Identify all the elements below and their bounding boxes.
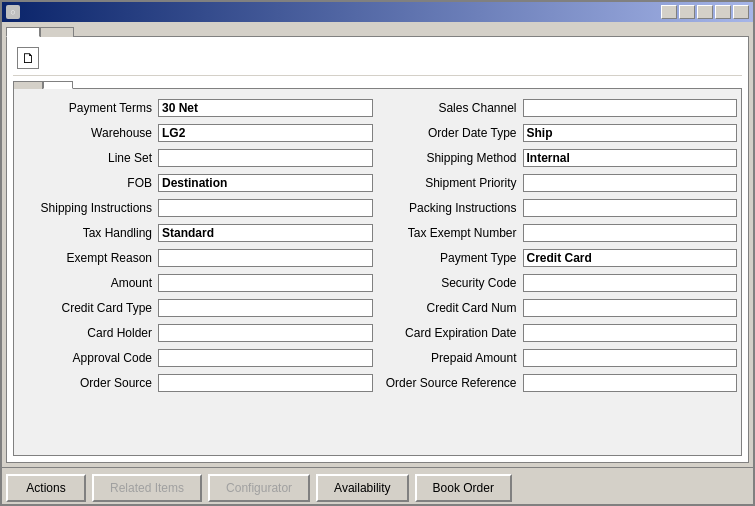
field-input[interactable]	[523, 149, 738, 167]
title-bar-left: ○	[6, 5, 24, 19]
form-row: Prepaid Amount	[383, 347, 738, 369]
inner-tab-bar	[13, 80, 742, 88]
form-row: Credit Card Type	[18, 297, 373, 319]
form-row: Order Source Reference	[383, 372, 738, 394]
maximize-button[interactable]	[715, 5, 731, 19]
extra1-button[interactable]	[661, 5, 677, 19]
form-row: Card Expiration Date	[383, 322, 738, 344]
field-input[interactable]	[523, 99, 738, 117]
form-row: Warehouse	[18, 122, 373, 144]
form-row: Security Code	[383, 272, 738, 294]
form-row: Card Holder	[18, 322, 373, 344]
field-input[interactable]	[158, 99, 373, 117]
close-button[interactable]	[733, 5, 749, 19]
form-right-col: Sales ChannelOrder Date TypeShipping Met…	[383, 97, 738, 394]
field-label: Tax Handling	[18, 226, 158, 240]
form-row: Order Source	[18, 372, 373, 394]
form-row: Tax Handling	[18, 222, 373, 244]
doc-icon: 🗋	[17, 47, 39, 69]
field-input[interactable]	[158, 199, 373, 217]
field-label: Order Source Reference	[383, 376, 523, 390]
field-label: Card Holder	[18, 326, 158, 340]
field-input[interactable]	[158, 324, 373, 342]
form-row: Tax Exempt Number	[383, 222, 738, 244]
field-label: Order Source	[18, 376, 158, 390]
bottom-btn-book-order[interactable]: Book Order	[415, 474, 512, 502]
form-panel: Payment TermsWarehouseLine SetFOBShippin…	[13, 88, 742, 456]
field-input[interactable]	[158, 374, 373, 392]
form-row: Order Date Type	[383, 122, 738, 144]
field-label: Warehouse	[18, 126, 158, 140]
minimize-button[interactable]	[697, 5, 713, 19]
field-input[interactable]	[158, 149, 373, 167]
field-label: Amount	[18, 276, 158, 290]
form-row: Approval Code	[18, 347, 373, 369]
form-row: Shipment Priority	[383, 172, 738, 194]
field-input[interactable]	[158, 174, 373, 192]
field-label: Approval Code	[18, 351, 158, 365]
bottom-btn-related-items: Related Items	[92, 474, 202, 502]
field-input[interactable]	[158, 274, 373, 292]
title-bar-controls	[661, 5, 749, 19]
field-label: Exempt Reason	[18, 251, 158, 265]
field-input[interactable]	[523, 324, 738, 342]
form-row: FOB	[18, 172, 373, 194]
form-row: Amount	[18, 272, 373, 294]
form-grid: Payment TermsWarehouseLine SetFOBShippin…	[18, 97, 737, 394]
tab-order-information[interactable]	[6, 27, 40, 37]
form-row: Line Set	[18, 147, 373, 169]
form-row: Shipping Method	[383, 147, 738, 169]
field-label: Sales Channel	[383, 101, 523, 115]
field-label: Payment Terms	[18, 101, 158, 115]
main-window: ○ 🗋	[0, 0, 755, 506]
field-label: Payment Type	[383, 251, 523, 265]
field-input[interactable]	[523, 124, 738, 142]
field-label: Packing Instructions	[383, 201, 523, 215]
form-row: Shipping Instructions	[18, 197, 373, 219]
field-label: Shipment Priority	[383, 176, 523, 190]
extra2-button[interactable]	[679, 5, 695, 19]
field-label: FOB	[18, 176, 158, 190]
default-header: 🗋	[13, 43, 742, 76]
field-input[interactable]	[158, 124, 373, 142]
form-row: Credit Card Num	[383, 297, 738, 319]
content-area: 🗋 Payment TermsWarehouseLine SetFOBShipp…	[2, 22, 753, 467]
field-label: Line Set	[18, 151, 158, 165]
form-row: Payment Terms	[18, 97, 373, 119]
field-label: Prepaid Amount	[383, 351, 523, 365]
field-label: Security Code	[383, 276, 523, 290]
field-input[interactable]	[523, 199, 738, 217]
form-row: Sales Channel	[383, 97, 738, 119]
tab-main[interactable]	[13, 81, 43, 89]
bottom-btn-configurator: Configurator	[208, 474, 310, 502]
field-input[interactable]	[523, 249, 738, 267]
tab-line-items[interactable]	[40, 27, 74, 37]
field-input[interactable]	[523, 224, 738, 242]
form-row: Exempt Reason	[18, 247, 373, 269]
field-input[interactable]	[523, 174, 738, 192]
field-label: Credit Card Type	[18, 301, 158, 315]
field-input[interactable]	[523, 274, 738, 292]
field-input[interactable]	[158, 349, 373, 367]
field-input[interactable]	[523, 349, 738, 367]
title-bar: ○	[2, 2, 753, 22]
bottom-btn-availability[interactable]: Availability	[316, 474, 408, 502]
form-row: Packing Instructions	[383, 197, 738, 219]
bottom-bar: ActionsRelated ItemsConfiguratorAvailabi…	[2, 467, 753, 504]
field-input[interactable]	[158, 249, 373, 267]
window-icon: ○	[6, 5, 20, 19]
field-input[interactable]	[158, 299, 373, 317]
field-input[interactable]	[158, 224, 373, 242]
field-input[interactable]	[523, 299, 738, 317]
field-label: Card Expiration Date	[383, 326, 523, 340]
field-label: Shipping Instructions	[18, 201, 158, 215]
field-input[interactable]	[523, 374, 738, 392]
main-panel: 🗋 Payment TermsWarehouseLine SetFOBShipp…	[6, 36, 749, 463]
bottom-btn-actions[interactable]: Actions	[6, 474, 86, 502]
field-label: Shipping Method	[383, 151, 523, 165]
tab-others[interactable]	[43, 81, 73, 89]
field-label: Tax Exempt Number	[383, 226, 523, 240]
outer-tab-bar	[6, 26, 749, 36]
form-row: Payment Type	[383, 247, 738, 269]
form-left-col: Payment TermsWarehouseLine SetFOBShippin…	[18, 97, 373, 394]
